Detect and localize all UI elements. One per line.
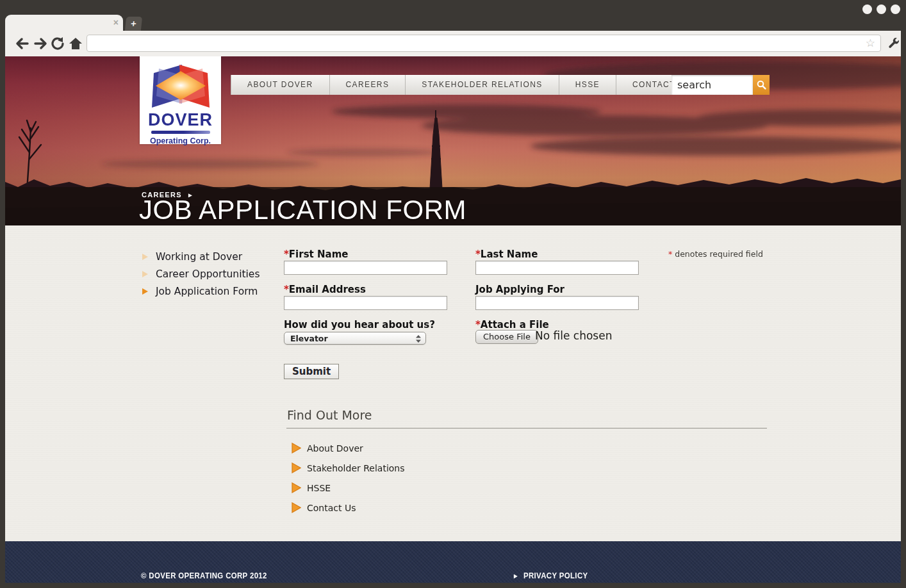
arrow-icon	[292, 462, 301, 473]
link-contact-us[interactable]: Contact Us	[292, 498, 405, 518]
file-status-text: No file chosen	[535, 329, 612, 342]
first-name-field[interactable]	[284, 261, 447, 275]
arrow-icon	[142, 288, 148, 295]
privacy-policy-link[interactable]: ►PRIVACY POLICY	[513, 571, 588, 580]
search-button[interactable]	[753, 75, 770, 95]
browser-toolbar: ☆	[5, 31, 901, 56]
divider	[286, 428, 767, 429]
hero-title-band: CAREERS► JOB APPLICATION FORM	[5, 187, 901, 225]
reload-button[interactable]	[49, 35, 66, 52]
window-controls	[862, 4, 900, 14]
window-control-dot[interactable]	[862, 4, 872, 14]
browser-tab[interactable]: ×	[5, 15, 123, 31]
home-button[interactable]	[67, 35, 84, 52]
find-out-more-links: About Dover Stakeholder Relations HSSE C…	[292, 438, 405, 518]
hear-about-selected-value: Elevator	[290, 334, 328, 343]
submit-button[interactable]: Submit	[284, 364, 339, 379]
arrow-icon: ►	[513, 572, 519, 580]
forward-button[interactable]	[32, 35, 49, 52]
link-stakeholder-relations[interactable]: Stakeholder Relations	[292, 458, 405, 478]
job-applying-for-field[interactable]	[475, 296, 639, 310]
window-control-dot[interactable]	[891, 4, 900, 14]
choose-file-button[interactable]: Choose File	[475, 330, 538, 344]
bookmark-star-icon[interactable]: ☆	[866, 37, 875, 49]
sidebar-item-career-opportunities[interactable]: Career Opportunities	[142, 268, 260, 280]
job-applying-for-label: Job Applying For	[475, 284, 564, 295]
select-stepper-icon	[416, 335, 421, 343]
dover-logo-mark	[150, 60, 211, 111]
back-button[interactable]	[14, 35, 31, 52]
first-name-label: *First Name	[284, 249, 348, 260]
dover-logo[interactable]: DOVER Operating Corp.	[140, 56, 221, 144]
settings-wrench-icon[interactable]	[887, 37, 900, 50]
hear-about-select[interactable]: Elevator	[284, 332, 426, 345]
new-tab-button[interactable]: +	[125, 17, 142, 31]
window-control-dot[interactable]	[877, 4, 886, 14]
arrow-icon	[142, 254, 148, 260]
nav-item-careers[interactable]: CAREERS	[330, 75, 406, 95]
logo-underline	[151, 131, 210, 134]
tab-close-icon[interactable]: ×	[113, 17, 119, 28]
required-field-note: * denotes required field	[668, 249, 763, 259]
browser-window: × + ☆	[0, 0, 906, 588]
logo-subtitle: Operating Corp.	[140, 136, 221, 145]
email-field[interactable]	[284, 296, 447, 310]
sidebar-item-working-at-dover[interactable]: Working at Dover	[142, 251, 260, 263]
main-content: Working at Dover Career Opportunities Jo…	[5, 225, 901, 541]
nav-item-about-dover[interactable]: ABOUT DOVER	[231, 75, 330, 95]
hero-header: DOVER Operating Corp. ABOUT DOVER CAREER…	[5, 56, 901, 225]
hear-about-label: How did you hear about us?	[284, 319, 435, 331]
site-footer: © DOVER OPERATING CORP 2012 ►PRIVACY POL…	[5, 541, 901, 583]
link-about-dover[interactable]: About Dover	[292, 438, 405, 458]
web-page: DOVER Operating Corp. ABOUT DOVER CAREER…	[5, 56, 901, 583]
sidebar-item-job-application-form[interactable]: Job Application Form	[142, 286, 260, 297]
link-hsse[interactable]: HSSE	[292, 478, 405, 498]
site-nav: ABOUT DOVER CAREERS STAKEHOLDER RELATION…	[231, 75, 692, 95]
arrow-icon	[292, 443, 301, 453]
page-title: JOB APPLICATION FORM	[139, 195, 466, 225]
search-input[interactable]	[671, 75, 753, 95]
logo-wordmark: DOVER	[140, 111, 221, 129]
site-search	[671, 75, 770, 95]
find-out-more-title: Find Out More	[287, 408, 372, 422]
arrow-icon	[142, 271, 148, 277]
sidebar-nav: Working at Dover Career Opportunities Jo…	[142, 251, 260, 303]
email-label: *Email Address	[284, 284, 366, 295]
nav-item-hsse[interactable]: HSSE	[559, 75, 616, 95]
arrow-icon	[292, 502, 301, 513]
copyright-text: © DOVER OPERATING CORP 2012	[141, 571, 267, 580]
nav-item-stakeholder[interactable]: STAKEHOLDER RELATIONS	[406, 75, 559, 95]
address-bar[interactable]: ☆	[86, 35, 881, 52]
last-name-label: *Last Name	[475, 249, 538, 260]
last-name-field[interactable]	[475, 261, 639, 275]
url-input[interactable]	[92, 36, 855, 51]
search-icon	[757, 80, 766, 90]
arrow-icon	[292, 482, 301, 493]
